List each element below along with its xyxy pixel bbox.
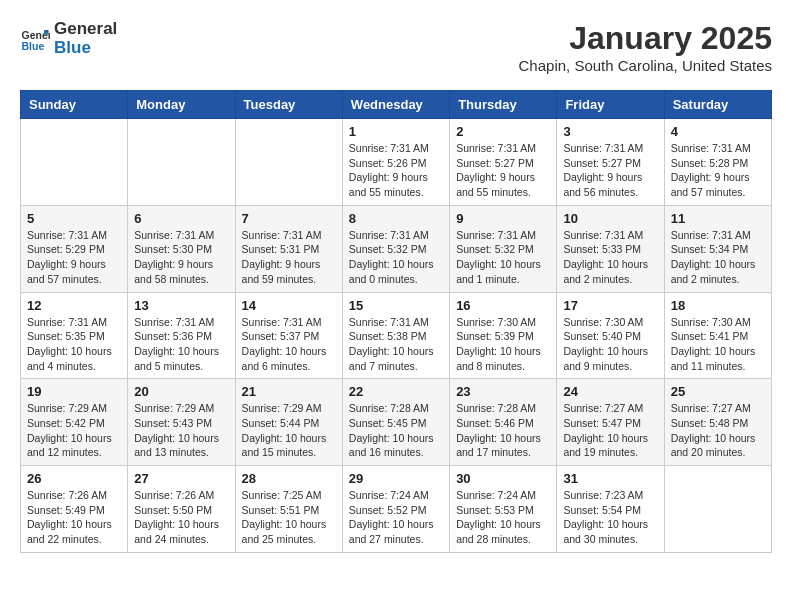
day-number: 4 [671, 124, 765, 139]
calendar-cell: 8Sunrise: 7:31 AM Sunset: 5:32 PM Daylig… [342, 205, 449, 292]
day-number: 11 [671, 211, 765, 226]
weekday-header-wednesday: Wednesday [342, 91, 449, 119]
calendar-cell: 31Sunrise: 7:23 AM Sunset: 5:54 PM Dayli… [557, 466, 664, 553]
logo-icon: General Blue [20, 24, 50, 54]
week-row-4: 19Sunrise: 7:29 AM Sunset: 5:42 PM Dayli… [21, 379, 772, 466]
day-info: Sunrise: 7:28 AM Sunset: 5:46 PM Dayligh… [456, 401, 550, 460]
logo-general: General [54, 20, 117, 39]
day-info: Sunrise: 7:31 AM Sunset: 5:30 PM Dayligh… [134, 228, 228, 287]
day-info: Sunrise: 7:31 AM Sunset: 5:35 PM Dayligh… [27, 315, 121, 374]
day-info: Sunrise: 7:31 AM Sunset: 5:27 PM Dayligh… [563, 141, 657, 200]
logo-blue: Blue [54, 39, 117, 58]
day-number: 18 [671, 298, 765, 313]
day-number: 26 [27, 471, 121, 486]
calendar-cell: 21Sunrise: 7:29 AM Sunset: 5:44 PM Dayli… [235, 379, 342, 466]
weekday-header-row: SundayMondayTuesdayWednesdayThursdayFrid… [21, 91, 772, 119]
day-number: 7 [242, 211, 336, 226]
calendar-cell: 20Sunrise: 7:29 AM Sunset: 5:43 PM Dayli… [128, 379, 235, 466]
calendar-cell: 12Sunrise: 7:31 AM Sunset: 5:35 PM Dayli… [21, 292, 128, 379]
calendar-cell: 24Sunrise: 7:27 AM Sunset: 5:47 PM Dayli… [557, 379, 664, 466]
day-number: 8 [349, 211, 443, 226]
day-number: 13 [134, 298, 228, 313]
day-number: 15 [349, 298, 443, 313]
day-info: Sunrise: 7:29 AM Sunset: 5:44 PM Dayligh… [242, 401, 336, 460]
location: Chapin, South Carolina, United States [519, 57, 772, 74]
day-info: Sunrise: 7:26 AM Sunset: 5:49 PM Dayligh… [27, 488, 121, 547]
day-number: 20 [134, 384, 228, 399]
calendar-cell: 14Sunrise: 7:31 AM Sunset: 5:37 PM Dayli… [235, 292, 342, 379]
day-number: 17 [563, 298, 657, 313]
day-info: Sunrise: 7:31 AM Sunset: 5:29 PM Dayligh… [27, 228, 121, 287]
day-info: Sunrise: 7:27 AM Sunset: 5:48 PM Dayligh… [671, 401, 765, 460]
calendar-cell: 13Sunrise: 7:31 AM Sunset: 5:36 PM Dayli… [128, 292, 235, 379]
weekday-header-tuesday: Tuesday [235, 91, 342, 119]
week-row-5: 26Sunrise: 7:26 AM Sunset: 5:49 PM Dayli… [21, 466, 772, 553]
day-info: Sunrise: 7:24 AM Sunset: 5:52 PM Dayligh… [349, 488, 443, 547]
calendar-cell: 9Sunrise: 7:31 AM Sunset: 5:32 PM Daylig… [450, 205, 557, 292]
calendar-cell [664, 466, 771, 553]
calendar-cell: 1Sunrise: 7:31 AM Sunset: 5:26 PM Daylig… [342, 119, 449, 206]
day-number: 24 [563, 384, 657, 399]
day-info: Sunrise: 7:31 AM Sunset: 5:27 PM Dayligh… [456, 141, 550, 200]
day-info: Sunrise: 7:23 AM Sunset: 5:54 PM Dayligh… [563, 488, 657, 547]
logo: General Blue General Blue [20, 20, 117, 57]
day-info: Sunrise: 7:30 AM Sunset: 5:39 PM Dayligh… [456, 315, 550, 374]
title-block: January 2025 Chapin, South Carolina, Uni… [519, 20, 772, 74]
weekday-header-thursday: Thursday [450, 91, 557, 119]
week-row-2: 5Sunrise: 7:31 AM Sunset: 5:29 PM Daylig… [21, 205, 772, 292]
day-info: Sunrise: 7:31 AM Sunset: 5:38 PM Dayligh… [349, 315, 443, 374]
day-number: 5 [27, 211, 121, 226]
calendar-cell: 19Sunrise: 7:29 AM Sunset: 5:42 PM Dayli… [21, 379, 128, 466]
calendar-cell: 28Sunrise: 7:25 AM Sunset: 5:51 PM Dayli… [235, 466, 342, 553]
calendar-cell: 2Sunrise: 7:31 AM Sunset: 5:27 PM Daylig… [450, 119, 557, 206]
svg-text:Blue: Blue [22, 39, 45, 51]
day-number: 29 [349, 471, 443, 486]
day-info: Sunrise: 7:31 AM Sunset: 5:36 PM Dayligh… [134, 315, 228, 374]
calendar-cell: 26Sunrise: 7:26 AM Sunset: 5:49 PM Dayli… [21, 466, 128, 553]
calendar-cell: 15Sunrise: 7:31 AM Sunset: 5:38 PM Dayli… [342, 292, 449, 379]
day-info: Sunrise: 7:24 AM Sunset: 5:53 PM Dayligh… [456, 488, 550, 547]
day-number: 27 [134, 471, 228, 486]
day-info: Sunrise: 7:29 AM Sunset: 5:43 PM Dayligh… [134, 401, 228, 460]
day-number: 31 [563, 471, 657, 486]
day-info: Sunrise: 7:31 AM Sunset: 5:31 PM Dayligh… [242, 228, 336, 287]
day-info: Sunrise: 7:27 AM Sunset: 5:47 PM Dayligh… [563, 401, 657, 460]
day-number: 19 [27, 384, 121, 399]
day-info: Sunrise: 7:30 AM Sunset: 5:41 PM Dayligh… [671, 315, 765, 374]
month-title: January 2025 [519, 20, 772, 57]
weekday-header-saturday: Saturday [664, 91, 771, 119]
calendar-cell [128, 119, 235, 206]
day-number: 3 [563, 124, 657, 139]
week-row-3: 12Sunrise: 7:31 AM Sunset: 5:35 PM Dayli… [21, 292, 772, 379]
day-number: 22 [349, 384, 443, 399]
day-number: 25 [671, 384, 765, 399]
calendar-cell: 23Sunrise: 7:28 AM Sunset: 5:46 PM Dayli… [450, 379, 557, 466]
day-number: 2 [456, 124, 550, 139]
calendar-cell: 27Sunrise: 7:26 AM Sunset: 5:50 PM Dayli… [128, 466, 235, 553]
calendar-cell: 11Sunrise: 7:31 AM Sunset: 5:34 PM Dayli… [664, 205, 771, 292]
day-info: Sunrise: 7:30 AM Sunset: 5:40 PM Dayligh… [563, 315, 657, 374]
day-info: Sunrise: 7:31 AM Sunset: 5:26 PM Dayligh… [349, 141, 443, 200]
day-info: Sunrise: 7:28 AM Sunset: 5:45 PM Dayligh… [349, 401, 443, 460]
day-number: 6 [134, 211, 228, 226]
calendar-cell: 17Sunrise: 7:30 AM Sunset: 5:40 PM Dayli… [557, 292, 664, 379]
calendar-cell: 25Sunrise: 7:27 AM Sunset: 5:48 PM Dayli… [664, 379, 771, 466]
calendar-cell [235, 119, 342, 206]
calendar-cell: 10Sunrise: 7:31 AM Sunset: 5:33 PM Dayli… [557, 205, 664, 292]
day-number: 14 [242, 298, 336, 313]
calendar-cell: 16Sunrise: 7:30 AM Sunset: 5:39 PM Dayli… [450, 292, 557, 379]
day-info: Sunrise: 7:31 AM Sunset: 5:34 PM Dayligh… [671, 228, 765, 287]
day-info: Sunrise: 7:31 AM Sunset: 5:37 PM Dayligh… [242, 315, 336, 374]
day-info: Sunrise: 7:31 AM Sunset: 5:32 PM Dayligh… [456, 228, 550, 287]
day-info: Sunrise: 7:31 AM Sunset: 5:32 PM Dayligh… [349, 228, 443, 287]
calendar-cell [21, 119, 128, 206]
weekday-header-friday: Friday [557, 91, 664, 119]
day-info: Sunrise: 7:25 AM Sunset: 5:51 PM Dayligh… [242, 488, 336, 547]
day-info: Sunrise: 7:31 AM Sunset: 5:28 PM Dayligh… [671, 141, 765, 200]
calendar-cell: 5Sunrise: 7:31 AM Sunset: 5:29 PM Daylig… [21, 205, 128, 292]
calendar-cell: 3Sunrise: 7:31 AM Sunset: 5:27 PM Daylig… [557, 119, 664, 206]
day-number: 28 [242, 471, 336, 486]
day-number: 9 [456, 211, 550, 226]
calendar-table: SundayMondayTuesdayWednesdayThursdayFrid… [20, 90, 772, 553]
calendar-cell: 4Sunrise: 7:31 AM Sunset: 5:28 PM Daylig… [664, 119, 771, 206]
